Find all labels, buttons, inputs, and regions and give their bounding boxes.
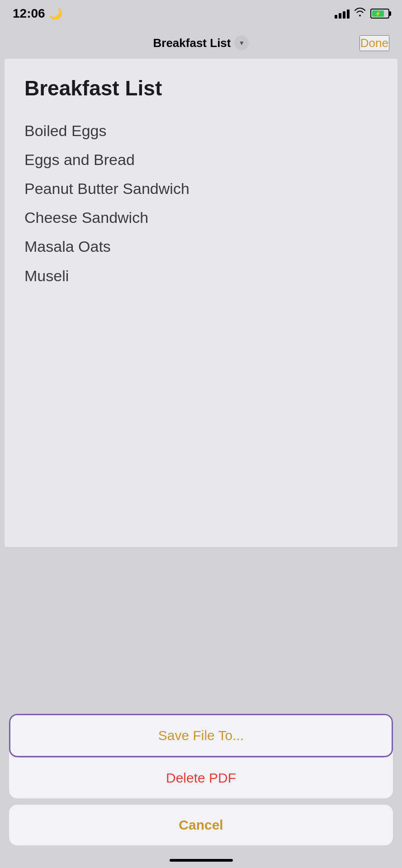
document-area: Breakfast List Boiled EggsEggs and Bread… — [5, 59, 397, 547]
status-indicators: ⚡ — [335, 8, 389, 19]
nav-title: Breakfast List — [153, 36, 231, 50]
chevron-down-icon: ▼ — [239, 39, 245, 47]
signal-bar-2 — [339, 13, 341, 19]
wifi-icon — [354, 8, 366, 19]
signal-icon — [335, 9, 350, 19]
list-item: Peanut Butter Sandwich — [24, 174, 378, 203]
battery-icon: ⚡ — [370, 9, 389, 19]
signal-bar-4 — [347, 9, 350, 19]
done-button[interactable]: Done — [359, 35, 389, 51]
time-display: 12:06 — [13, 6, 45, 21]
save-file-button[interactable]: Save File To... — [9, 714, 393, 757]
document-list: Boiled EggsEggs and BreadPeanut Butter S… — [24, 116, 378, 290]
status-bar: 12:06 🌙 ⚡ — [0, 0, 402, 27]
signal-bar-3 — [343, 11, 345, 19]
nav-chevron-button[interactable]: ▼ — [234, 36, 249, 50]
action-sheet: Save File To... Delete PDF Cancel — [0, 714, 402, 868]
navigation-bar: Breakfast List ▼ Done — [0, 27, 402, 59]
signal-bar-1 — [335, 15, 337, 19]
cancel-button[interactable]: Cancel — [9, 805, 393, 845]
primary-actions-group: Save File To... Delete PDF — [9, 714, 393, 798]
document-title: Breakfast List — [24, 77, 378, 100]
delete-pdf-button[interactable]: Delete PDF — [9, 758, 393, 798]
nav-title-container[interactable]: Breakfast List ▼ — [153, 36, 249, 50]
list-item: Museli — [24, 261, 378, 290]
home-indicator — [170, 859, 233, 862]
list-item: Masala Oats — [24, 232, 378, 261]
status-time: 12:06 🌙 — [13, 6, 62, 21]
list-item: Cheese Sandwich — [24, 203, 378, 232]
cancel-group: Cancel — [9, 805, 393, 845]
moon-icon: 🌙 — [49, 7, 62, 20]
list-item: Boiled Eggs — [24, 116, 378, 145]
list-item: Eggs and Bread — [24, 145, 378, 174]
